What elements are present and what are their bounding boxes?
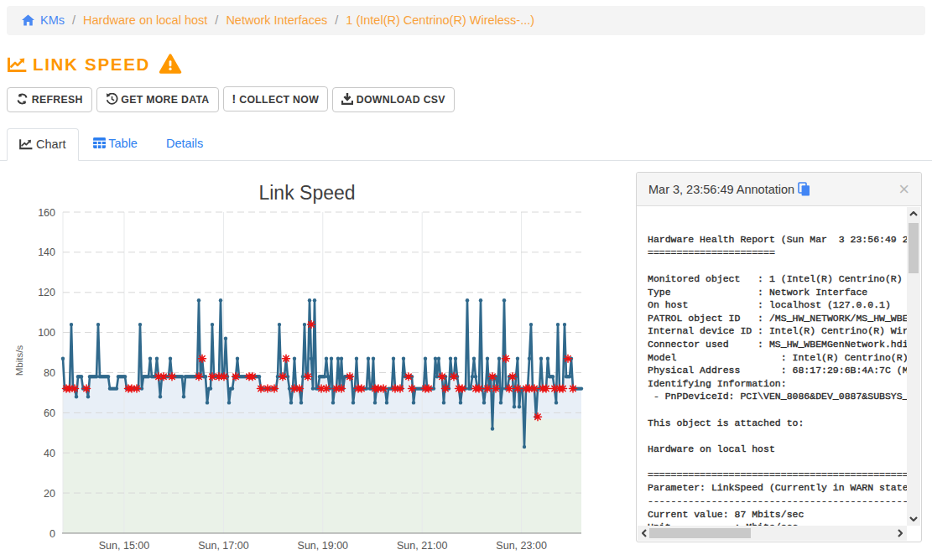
svg-text:80: 80 <box>44 367 55 379</box>
svg-text:120: 120 <box>38 287 55 298</box>
svg-text:Sun, 21:00: Sun, 21:00 <box>397 540 448 552</box>
svg-text:40: 40 <box>44 448 55 459</box>
svg-text:Mbits/s: Mbits/s <box>14 345 24 376</box>
svg-text:Sun, 23:00: Sun, 23:00 <box>496 540 547 552</box>
svg-text:100: 100 <box>38 327 55 339</box>
svg-text:160: 160 <box>38 207 55 219</box>
svg-text:Link Speed: Link Speed <box>258 182 355 204</box>
svg-text:20: 20 <box>44 488 55 500</box>
svg-text:140: 140 <box>38 246 55 258</box>
svg-text:0: 0 <box>49 528 55 540</box>
svg-text:Sun, 17:00: Sun, 17:00 <box>198 540 249 552</box>
svg-text:60: 60 <box>44 407 55 419</box>
svg-text:Sun, 19:00: Sun, 19:00 <box>298 540 349 552</box>
svg-text:Sun, 15:00: Sun, 15:00 <box>99 540 150 552</box>
